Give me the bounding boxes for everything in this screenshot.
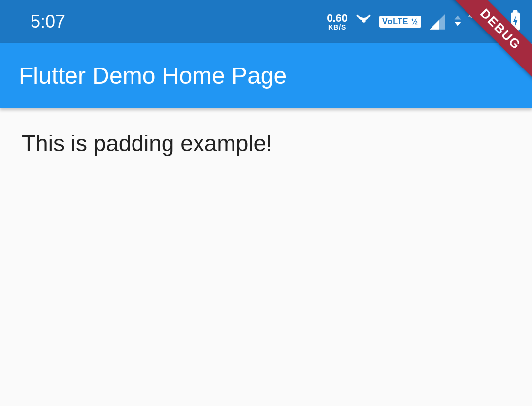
app-bar-title: Flutter Demo Home Page [19, 62, 287, 89]
network-speed-indicator: 0.60 KB/S [327, 13, 348, 31]
signal-icon-sim1 [428, 12, 447, 31]
body-content: This is padding example! [0, 108, 532, 178]
battery-charging-icon [508, 10, 522, 33]
signal-icon-sim2 [483, 12, 501, 31]
network-type-label: 4G+ [468, 12, 482, 19]
signal-sim2-group: 4G+ [468, 12, 501, 31]
app-bar: Flutter Demo Home Page [0, 43, 532, 108]
volte-badge: VoLTE ½ [379, 16, 421, 28]
status-right: 0.60 KB/S VoLTE ½ 4G+ [327, 10, 522, 33]
clock-time: 5:07 [31, 11, 65, 32]
data-updown-icon [454, 14, 462, 29]
svg-rect-2 [513, 10, 518, 13]
hotspot-icon [355, 12, 372, 32]
body-text: This is padding example! [22, 131, 272, 156]
speed-unit: KB/S [328, 24, 346, 31]
status-bar: 5:07 0.60 KB/S VoLTE ½ [0, 0, 532, 43]
status-left: 5:07 [31, 11, 65, 32]
speed-value: 0.60 [327, 13, 348, 24]
